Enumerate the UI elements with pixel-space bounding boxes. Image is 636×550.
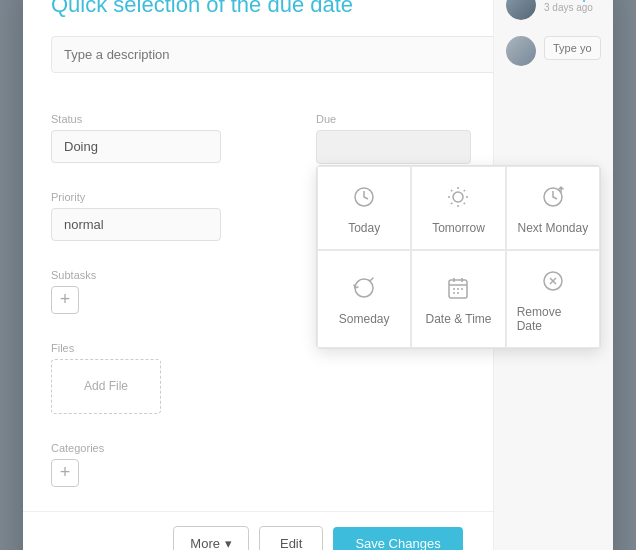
today-icon bbox=[352, 185, 376, 213]
subtasks-field: Subtasks + bbox=[51, 269, 296, 314]
date-option-tomorrow[interactable]: Tomorrow bbox=[411, 166, 505, 250]
more-button[interactable]: More ▾ bbox=[173, 526, 249, 551]
avatar-image bbox=[506, 0, 536, 20]
user-info: Christoph 3 days ago bbox=[506, 0, 601, 20]
next-monday-icon bbox=[541, 185, 565, 213]
files-label: Files bbox=[51, 342, 296, 354]
avatar bbox=[506, 0, 536, 20]
user-time: 3 days ago bbox=[544, 2, 596, 13]
remove-date-icon bbox=[541, 269, 565, 297]
subtasks-label: Subtasks bbox=[51, 269, 296, 281]
date-option-next-monday[interactable]: Next Monday bbox=[506, 166, 600, 250]
svg-line-6 bbox=[451, 189, 452, 190]
plus-icon-cat: + bbox=[60, 462, 71, 483]
date-option-date-time[interactable]: Date & Time bbox=[411, 250, 505, 348]
status-label: Status bbox=[51, 113, 296, 125]
user-meta: Christoph 3 days ago bbox=[544, 0, 596, 13]
someday-icon bbox=[352, 276, 376, 304]
commenter-avatar-image bbox=[506, 36, 536, 66]
modal-layout: Quick selection of the due date Status D… bbox=[23, 0, 613, 550]
categories-field: Categories + bbox=[51, 442, 296, 487]
due-input[interactable] bbox=[316, 130, 471, 164]
tomorrow-icon bbox=[446, 185, 470, 213]
add-category-button[interactable]: + bbox=[51, 459, 79, 487]
left-column: Status Doing Priority normal Subtasks bbox=[51, 113, 296, 501]
priority-label: Priority bbox=[51, 191, 296, 203]
date-option-someday[interactable]: Someday bbox=[317, 250, 411, 348]
edit-label: Edit bbox=[280, 536, 302, 551]
tomorrow-label: Tomorrow bbox=[432, 221, 485, 235]
files-field: Files Add File bbox=[51, 342, 296, 414]
status-field: Status Doing bbox=[51, 113, 296, 163]
remove-date-label: Remove Date bbox=[517, 305, 589, 333]
add-file-label: Add File bbox=[84, 379, 128, 393]
next-monday-label: Next Monday bbox=[517, 221, 588, 235]
edit-button[interactable]: Edit bbox=[259, 526, 323, 551]
comment-input[interactable] bbox=[544, 36, 601, 60]
priority-value[interactable]: normal bbox=[51, 208, 221, 241]
modal-container: Quick selection of the due date Status D… bbox=[23, 0, 613, 550]
svg-line-7 bbox=[464, 202, 465, 203]
comment-row bbox=[506, 36, 601, 66]
categories-label: Categories bbox=[51, 442, 296, 454]
save-label: Save Changes bbox=[355, 536, 440, 551]
modal-backdrop: Quick selection of the due date Status D… bbox=[0, 0, 636, 550]
date-time-label: Date & Time bbox=[425, 312, 491, 326]
priority-field: Priority normal bbox=[51, 191, 296, 241]
svg-point-1 bbox=[453, 192, 463, 202]
date-option-today[interactable]: Today bbox=[317, 166, 411, 250]
save-button[interactable]: Save Changes bbox=[333, 527, 462, 551]
status-value[interactable]: Doing bbox=[51, 130, 221, 163]
dropdown-arrow-icon: ▾ bbox=[225, 536, 232, 551]
file-drop-zone[interactable]: Add File bbox=[51, 359, 161, 414]
svg-line-9 bbox=[464, 189, 465, 190]
date-picker-dropdown: Today bbox=[316, 165, 601, 349]
commenter-avatar bbox=[506, 36, 536, 66]
add-subtask-button[interactable]: + bbox=[51, 286, 79, 314]
more-label: More bbox=[190, 536, 220, 551]
someday-label: Someday bbox=[339, 312, 390, 326]
today-label: Today bbox=[348, 221, 380, 235]
plus-icon: + bbox=[60, 289, 71, 310]
date-time-icon bbox=[446, 276, 470, 304]
date-option-remove[interactable]: Remove Date bbox=[506, 250, 600, 348]
date-options-grid: Today bbox=[317, 166, 600, 348]
svg-line-8 bbox=[451, 202, 452, 203]
